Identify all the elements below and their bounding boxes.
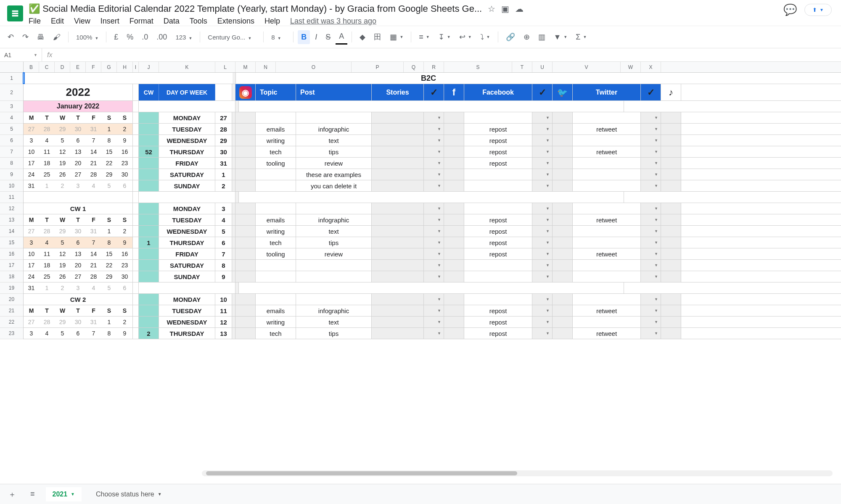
- cell[interactable]: [133, 146, 139, 157]
- cell[interactable]: [444, 317, 464, 327]
- col-header[interactable]: Q: [404, 62, 424, 72]
- cell[interactable]: [216, 73, 233, 84]
- minical[interactable]: 272829303112: [24, 226, 133, 237]
- menu-format[interactable]: Format: [130, 17, 153, 26]
- cell[interactable]: [553, 237, 573, 248]
- col-header[interactable]: J: [139, 62, 159, 72]
- day-cell[interactable]: TUESDAY: [159, 305, 215, 316]
- row-header[interactable]: 1: [0, 73, 23, 84]
- cell[interactable]: [235, 169, 256, 180]
- tw-cell[interactable]: retweet: [573, 328, 641, 339]
- dropdown-cell[interactable]: [424, 237, 444, 248]
- cloud-icon[interactable]: ☁: [515, 4, 524, 14]
- cell[interactable]: [661, 135, 681, 146]
- minical[interactable]: 3456789: [24, 328, 133, 339]
- date-cell[interactable]: 10: [215, 294, 232, 305]
- dropdown-cell[interactable]: [424, 248, 444, 259]
- post-cell[interactable]: [296, 271, 372, 282]
- topic-cell[interactable]: [256, 294, 296, 305]
- twitter-header[interactable]: Twitter: [573, 84, 641, 100]
- b2c-header[interactable]: B2C: [236, 73, 621, 84]
- cell[interactable]: [235, 180, 256, 191]
- dropdown-cell[interactable]: [424, 124, 444, 135]
- date-cell[interactable]: 7: [215, 248, 232, 259]
- cw-cell[interactable]: [139, 112, 159, 123]
- dropdown-cell[interactable]: [424, 214, 444, 225]
- minical[interactable]: MTWTFSS: [24, 214, 133, 225]
- cell[interactable]: [235, 158, 256, 169]
- menu-tools[interactable]: Tools: [190, 17, 207, 26]
- minical[interactable]: 272829303112: [24, 317, 133, 327]
- tw-cell[interactable]: [573, 203, 641, 214]
- cell[interactable]: [553, 226, 573, 237]
- fb-cell[interactable]: repost: [464, 214, 532, 225]
- cell[interactable]: [235, 248, 256, 259]
- col-header[interactable]: P: [352, 62, 404, 72]
- cell[interactable]: [444, 169, 464, 180]
- post-cell[interactable]: [296, 260, 372, 271]
- print-icon[interactable]: 🖶: [34, 30, 48, 44]
- col-header[interactable]: M: [235, 62, 256, 72]
- minical[interactable]: 3456789: [24, 237, 133, 248]
- minical[interactable]: 10111213141516: [24, 146, 133, 157]
- cell[interactable]: [553, 294, 573, 305]
- dropdown-cell[interactable]: [532, 248, 553, 259]
- cell[interactable]: [553, 214, 573, 225]
- dropdown-cell[interactable]: [532, 214, 553, 225]
- cell[interactable]: [139, 282, 235, 293]
- cw-cell[interactable]: [139, 214, 159, 225]
- stories-cell[interactable]: [372, 146, 424, 157]
- dropdown-cell[interactable]: [424, 203, 444, 214]
- cell[interactable]: [553, 112, 573, 123]
- chart-icon[interactable]: ▥: [535, 30, 549, 44]
- fb-cell[interactable]: repost: [464, 305, 532, 316]
- cell[interactable]: [553, 248, 573, 259]
- row-header[interactable]: 3: [0, 101, 23, 112]
- dropdown-cell[interactable]: [424, 305, 444, 316]
- row-header[interactable]: 8: [0, 158, 23, 169]
- share-button[interactable]: ⬆▼: [804, 4, 832, 16]
- dropdown-cell[interactable]: [641, 248, 661, 259]
- col-header[interactable]: V: [553, 62, 621, 72]
- cell[interactable]: [444, 135, 464, 146]
- tw-cell[interactable]: [573, 294, 641, 305]
- cw-cell[interactable]: [139, 203, 159, 214]
- cw-cell[interactable]: [139, 169, 159, 180]
- cell[interactable]: [444, 294, 464, 305]
- tw-cell[interactable]: retweet: [573, 124, 641, 135]
- row-header[interactable]: 7: [0, 146, 23, 158]
- dropdown-cell[interactable]: [641, 112, 661, 123]
- tw-cell[interactable]: [573, 169, 641, 180]
- dropdown-cell[interactable]: [424, 294, 444, 305]
- dropdown-cell[interactable]: [641, 124, 661, 135]
- cell[interactable]: [239, 282, 624, 293]
- col-header[interactable]: D: [55, 62, 70, 72]
- cell[interactable]: [139, 73, 216, 84]
- add-sheet-icon[interactable]: ＋: [5, 487, 19, 502]
- row-header[interactable]: 16: [0, 248, 23, 260]
- col-header[interactable]: T: [512, 62, 532, 72]
- fb-cell[interactable]: [464, 260, 532, 271]
- dropdown-cell[interactable]: [532, 180, 553, 191]
- fb-cell[interactable]: repost: [464, 317, 532, 327]
- last-edit-link[interactable]: Last edit was 3 hours ago: [290, 17, 376, 26]
- minical[interactable]: MTWTFSS: [24, 305, 133, 316]
- tw-cell[interactable]: retweet: [573, 248, 641, 259]
- col-header[interactable]: E: [70, 62, 86, 72]
- link-icon[interactable]: 🔗: [502, 30, 518, 44]
- dropdown-cell[interactable]: [641, 305, 661, 316]
- fb-cell[interactable]: [464, 112, 532, 123]
- stories-cell[interactable]: [372, 260, 424, 271]
- cw-cell[interactable]: [139, 226, 159, 237]
- fb-cell[interactable]: repost: [464, 135, 532, 146]
- cell[interactable]: [553, 169, 573, 180]
- all-sheets-icon[interactable]: ≡: [27, 487, 38, 501]
- menu-view[interactable]: View: [74, 17, 90, 26]
- day-cell[interactable]: WEDNESDAY: [159, 317, 215, 327]
- dropdown-cell[interactable]: [532, 226, 553, 237]
- post-cell[interactable]: review: [296, 158, 372, 169]
- cell[interactable]: [444, 260, 464, 271]
- post-cell[interactable]: review: [296, 248, 372, 259]
- post-cell[interactable]: tips: [296, 146, 372, 157]
- day-cell[interactable]: TUESDAY: [159, 214, 215, 225]
